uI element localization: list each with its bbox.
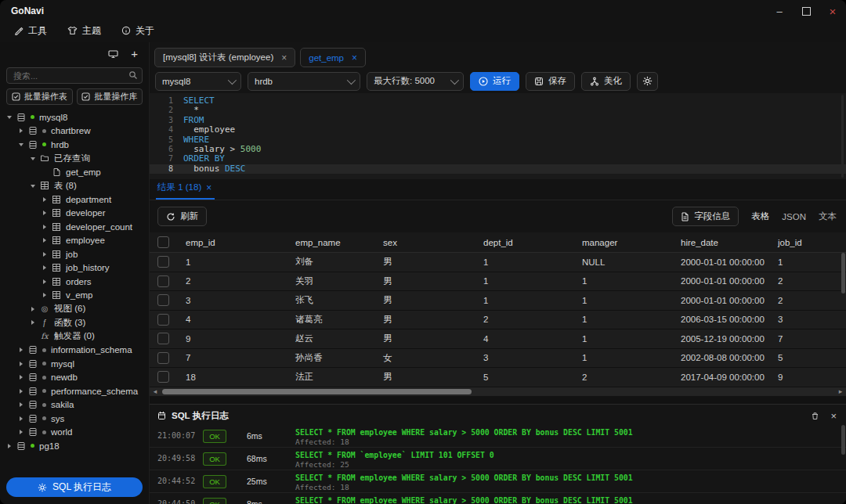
column-header[interactable]: hire_date	[671, 238, 768, 247]
tree-item-get_emp[interactable]: get_emp	[0, 165, 149, 179]
tree-item-sys[interactable]: sys	[0, 412, 149, 426]
results-tab-close-icon[interactable]: ×	[206, 182, 212, 193]
tab-close-icon[interactable]: ×	[352, 52, 357, 63]
caret-right-icon[interactable]	[40, 252, 49, 257]
scroll-left-arrow-icon[interactable]: ◂	[151, 387, 159, 395]
caret-right-icon[interactable]	[16, 375, 26, 380]
table-cell[interactable]: 5	[474, 373, 573, 382]
table-cell[interactable]: 1	[573, 296, 671, 305]
table-cell[interactable]: 2	[768, 276, 846, 286]
view-table-link[interactable]: 表格	[751, 211, 769, 222]
tree-item-saved-queries[interactable]: 已存查询	[0, 152, 149, 166]
caret-down-icon[interactable]	[16, 140, 26, 149]
table-cell[interactable]: 孙尚香	[286, 352, 374, 364]
table-cell[interactable]: 5	[768, 353, 846, 362]
tree-item-pg18[interactable]: pg18	[0, 439, 149, 453]
menu-about[interactable]: 关于	[121, 24, 154, 38]
table-cell[interactable]: 男	[374, 294, 474, 306]
batch-tables-button[interactable]: 批量操作表	[6, 88, 73, 105]
table-cell[interactable]: 赵云	[286, 333, 374, 344]
scrollbar-thumb[interactable]	[841, 253, 845, 293]
tree-item-mysql[interactable]: mysql	[0, 357, 149, 371]
row-checkbox[interactable]	[150, 314, 176, 326]
close-log-icon[interactable]: ×	[830, 410, 837, 422]
table-cell[interactable]: 2017-04-09 00:00:00	[671, 373, 768, 382]
close-button[interactable]: ×	[819, 2, 846, 20]
batch-dbs-button[interactable]: 批量操作库	[77, 88, 143, 105]
tree-item-views-group[interactable]: ◎ 视图 (6)	[0, 302, 149, 316]
table-cell[interactable]: 9	[768, 373, 846, 382]
tree-item-sakila[interactable]: sakila	[0, 398, 149, 412]
add-connection-icon[interactable]: +	[131, 50, 138, 58]
table-cell[interactable]: 3	[768, 315, 846, 324]
table-cell[interactable]: 3	[474, 353, 573, 362]
table-cell[interactable]: 1	[768, 257, 846, 267]
select-all-checkbox[interactable]	[150, 236, 176, 248]
column-header[interactable]: sex	[374, 238, 474, 247]
caret-right-icon[interactable]	[16, 416, 26, 421]
tree-item-triggers-group[interactable]: fx 触发器 (0)	[0, 329, 149, 344]
tree-item-performance_schema[interactable]: performance_schema	[0, 384, 149, 398]
tab-close-icon[interactable]: ×	[281, 52, 287, 63]
table-cell[interactable]: 18	[176, 373, 286, 382]
table-cell[interactable]: 女	[374, 352, 474, 364]
table-cell[interactable]: 男	[374, 333, 474, 344]
caret-right-icon[interactable]	[40, 238, 49, 243]
table-cell[interactable]: 1	[573, 276, 671, 286]
table-cell[interactable]: NULL	[573, 257, 671, 267]
table-cell[interactable]: 1	[573, 353, 671, 362]
view-json-link[interactable]: JSON	[782, 212, 806, 221]
settings-button[interactable]	[637, 72, 658, 91]
table-cell[interactable]: 张飞	[286, 294, 374, 306]
caret-right-icon[interactable]	[16, 389, 26, 394]
table-cell[interactable]: 3	[176, 296, 286, 305]
table-cell[interactable]: 2002-08-08 00:00:00	[671, 353, 768, 362]
caret-right-icon[interactable]	[40, 293, 49, 297]
tree-item-hrdb[interactable]: hrdb	[0, 138, 149, 152]
table-cell[interactable]: 7	[768, 334, 846, 344]
caret-right-icon[interactable]	[40, 225, 49, 229]
row-checkbox[interactable]	[150, 256, 176, 268]
tree-item-v_emp[interactable]: v_emp	[0, 289, 149, 303]
table-cell[interactable]: 1	[176, 257, 286, 267]
tree-item-functions-group[interactable]: ƒ 函数 (3)	[0, 316, 149, 330]
table-cell[interactable]: 1	[474, 276, 573, 286]
table-cell[interactable]: 刘备	[286, 256, 374, 268]
row-checkbox[interactable]	[150, 294, 176, 306]
caret-right-icon[interactable]	[40, 197, 49, 202]
table-cell[interactable]: 2	[474, 315, 573, 324]
table-cell[interactable]: 男	[374, 275, 474, 287]
table-cell[interactable]: 1	[474, 296, 573, 305]
save-button[interactable]: 保存	[526, 72, 575, 91]
monitor-icon[interactable]	[108, 49, 118, 59]
table-cell[interactable]: 男	[374, 256, 474, 268]
caret-right-icon[interactable]	[16, 362, 26, 366]
max-rows-select[interactable]: 最大行数: 5000	[367, 72, 464, 91]
tree-item-developer[interactable]: developer	[0, 207, 149, 221]
caret-right-icon[interactable]	[40, 211, 49, 215]
log-scrollbar-thumb[interactable]	[841, 425, 845, 455]
menu-tools[interactable]: 工具	[14, 24, 47, 38]
row-checkbox[interactable]	[150, 371, 176, 383]
caret-right-icon[interactable]	[5, 444, 14, 448]
tree-item-orders[interactable]: orders	[0, 275, 149, 289]
tree-item-newdb[interactable]: newdb	[0, 371, 149, 385]
tab-design-table[interactable]: [mysql8] 设计表 (employee) ×	[154, 48, 295, 67]
column-header[interactable]: job_id	[768, 238, 846, 247]
clear-logs-icon[interactable]	[811, 411, 819, 420]
connection-select[interactable]: mysql8	[155, 72, 241, 91]
view-text-link[interactable]: 文本	[819, 211, 837, 222]
table-cell[interactable]: 男	[374, 314, 474, 326]
minimize-button[interactable]: –	[766, 2, 793, 20]
database-select[interactable]: hrdb	[248, 72, 360, 91]
table-cell[interactable]: 男	[374, 371, 474, 383]
caret-right-icon[interactable]	[16, 430, 26, 434]
table-cell[interactable]: 关羽	[286, 275, 374, 287]
sql-log-button[interactable]: SQL 执行日志	[6, 477, 143, 497]
row-checkbox[interactable]	[150, 333, 176, 344]
tree-item-developer_count[interactable]: developer_count	[0, 220, 149, 234]
table-cell[interactable]: 诸葛亮	[286, 314, 374, 326]
maximize-button[interactable]	[793, 2, 819, 20]
vertical-scrollbar[interactable]	[840, 253, 845, 385]
table-cell[interactable]: 4	[474, 334, 573, 344]
